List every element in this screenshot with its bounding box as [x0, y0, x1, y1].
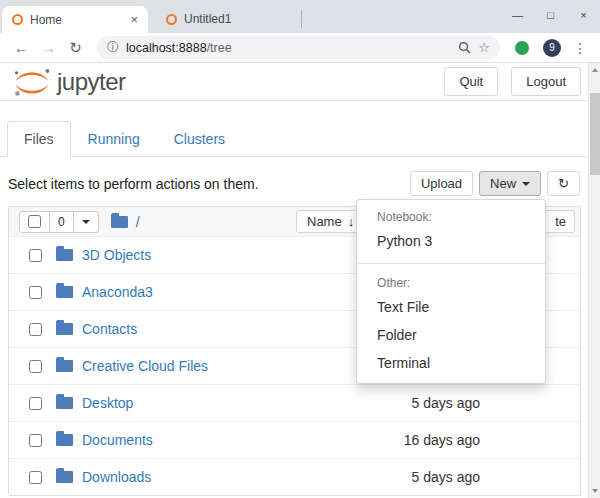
folder-icon — [56, 323, 73, 335]
header-buttons: Quit Logout — [444, 67, 581, 96]
url-text: localhost:8888/tree — [126, 41, 451, 55]
partial-label: te — [555, 214, 566, 229]
minimize-button[interactable]: — — [501, 0, 534, 30]
file-link[interactable]: 3D Objects — [82, 247, 365, 263]
sort-label: Name — [307, 214, 342, 229]
last-modified: 5 days ago — [365, 395, 480, 411]
row-checkbox[interactable] — [29, 323, 42, 336]
site-info-icon[interactable]: ⓘ — [107, 39, 119, 56]
selection-dropdown-toggle[interactable] — [73, 212, 98, 232]
row-checkbox[interactable] — [29, 286, 42, 299]
file-link[interactable]: Creative Cloud Files — [82, 358, 365, 374]
browser-tab-home[interactable]: Home × — [2, 6, 148, 33]
page-scrollbar[interactable] — [588, 63, 600, 498]
new-dropdown-menu: Notebook: Python 3 Other: Text File Fold… — [356, 199, 546, 384]
forward-icon[interactable]: → — [37, 39, 60, 56]
selection-count: 0 — [49, 212, 73, 232]
sort-arrow-down-icon: ↓ — [348, 214, 355, 229]
bookmark-star-icon[interactable]: ☆ — [478, 40, 490, 55]
url-host: localhost:8888 — [126, 41, 207, 55]
file-link[interactable]: Desktop — [82, 395, 365, 411]
file-link[interactable]: Downloads — [82, 469, 365, 485]
folder-icon — [56, 249, 73, 261]
menu-item-folder[interactable]: Folder — [357, 321, 545, 349]
row-checkbox[interactable] — [29, 434, 42, 447]
jupyter-logo-text: jupyter — [57, 68, 126, 96]
quit-button[interactable]: Quit — [444, 67, 498, 96]
tab-files[interactable]: Files — [7, 121, 71, 157]
breadcrumb-root[interactable]: / — [136, 214, 140, 230]
last-modified: 16 days ago — [365, 432, 480, 448]
select-all-checkbox[interactable] — [28, 215, 41, 228]
tab-running[interactable]: Running — [71, 121, 157, 157]
jupyter-logo[interactable]: jupyter — [12, 67, 126, 97]
jupyter-logo-icon — [12, 67, 52, 97]
new-button-label: New — [490, 176, 516, 191]
folder-icon — [56, 434, 73, 446]
file-row: Desktop 5 days ago — [9, 384, 580, 421]
last-modified: 5 days ago — [365, 469, 480, 485]
reload-icon[interactable]: ↻ — [64, 39, 87, 57]
jupyter-tab-bar: Files Running Clusters — [0, 121, 588, 157]
folder-icon — [56, 286, 73, 298]
upload-button[interactable]: Upload — [410, 171, 473, 196]
window-controls: — □ × — [501, 0, 600, 30]
toolbar-buttons: Upload New Notebook: Python 3 Other: Tex… — [410, 171, 580, 196]
file-link[interactable]: Anaconda3 — [82, 284, 365, 300]
jupyter-favicon-icon — [12, 14, 23, 25]
row-checkbox[interactable] — [29, 397, 42, 410]
close-button[interactable]: × — [567, 0, 600, 30]
select-all-group: 0 — [19, 211, 99, 233]
folder-icon — [56, 471, 73, 483]
row-checkbox[interactable] — [29, 471, 42, 484]
back-icon[interactable]: ← — [10, 39, 33, 56]
action-toolbar: Select items to perform actions on them.… — [0, 157, 588, 206]
refresh-list-button[interactable]: ↻ — [547, 171, 580, 196]
browser-tab-untitled1[interactable]: Untitled1 — [156, 10, 302, 28]
file-link[interactable]: Contacts — [82, 321, 365, 337]
menu-divider — [357, 263, 545, 264]
new-button[interactable]: New — [479, 171, 541, 196]
file-row: Documents 16 days ago — [9, 421, 580, 458]
menu-item-text-file[interactable]: Text File — [357, 293, 545, 321]
tab-title: Untitled1 — [184, 12, 291, 26]
tab-clusters[interactable]: Clusters — [157, 121, 242, 157]
maximize-button[interactable]: □ — [534, 0, 567, 30]
scrollbar-thumb[interactable] — [590, 93, 600, 175]
jupyter-favicon-icon — [166, 14, 177, 25]
tab-close-icon[interactable]: × — [130, 12, 138, 27]
scrollbar-down-icon[interactable] — [589, 485, 600, 497]
file-link[interactable]: Documents — [82, 432, 365, 448]
menu-item-terminal[interactable]: Terminal — [357, 349, 545, 377]
breadcrumb-folder-icon[interactable] — [111, 216, 128, 228]
browser-menu-icon[interactable]: ⋮ — [570, 40, 590, 56]
sort-by-name-button[interactable]: Name ↓ — [296, 210, 365, 233]
jupyter-header: jupyter Quit Logout — [0, 63, 588, 101]
row-checkbox[interactable] — [29, 360, 42, 373]
new-dropdown: New Notebook: Python 3 Other: Text File … — [479, 171, 541, 196]
row-checkbox[interactable] — [29, 249, 42, 262]
folder-icon — [56, 360, 73, 372]
caret-down-icon — [82, 220, 90, 224]
browser-navbar: ← → ↻ ⓘ localhost:8888/tree ☆ 9 ⋮ — [0, 33, 600, 63]
caret-down-icon — [522, 182, 530, 186]
folder-icon — [56, 397, 73, 409]
select-items-hint: Select items to perform actions on them. — [8, 176, 259, 192]
menu-header-notebook: Notebook: — [357, 206, 545, 227]
browser-window: Home × Untitled1 — □ × ← → ↻ ⓘ localhost… — [0, 0, 600, 498]
url-path: /tree — [207, 41, 232, 55]
file-row: Downloads 5 days ago — [9, 458, 580, 495]
logout-button[interactable]: Logout — [511, 67, 581, 96]
browser-tab-strip: Home × Untitled1 — □ × — [0, 0, 600, 33]
scrollbar-up-icon[interactable] — [589, 64, 600, 76]
tab-title: Home — [30, 13, 123, 27]
zoom-icon[interactable] — [458, 41, 471, 54]
menu-header-other: Other: — [357, 272, 545, 293]
extension-icon[interactable] — [515, 41, 529, 55]
menu-item-python3[interactable]: Python 3 — [357, 227, 545, 255]
select-all-checkbox-button[interactable] — [20, 212, 49, 232]
profile-avatar[interactable]: 9 — [543, 39, 561, 57]
jupyter-page: jupyter Quit Logout Files Running Cluste… — [0, 63, 588, 498]
address-bar[interactable]: ⓘ localhost:8888/tree ☆ — [97, 36, 500, 59]
